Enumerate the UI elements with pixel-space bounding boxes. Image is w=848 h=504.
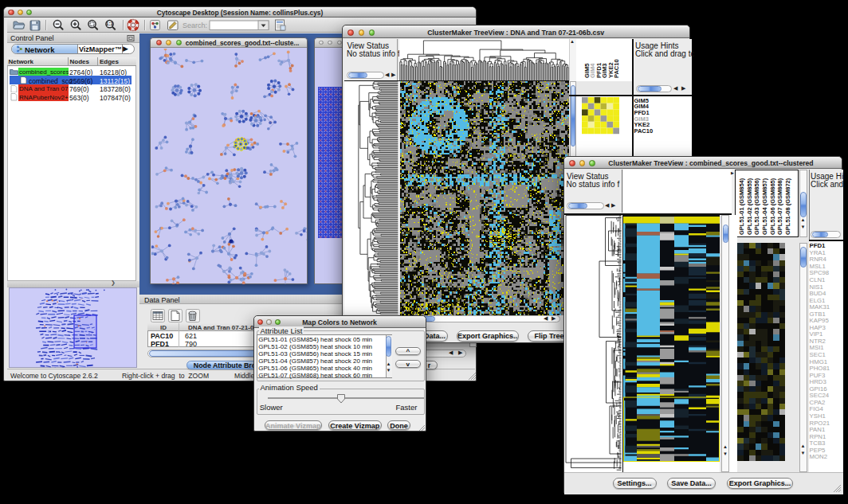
svg-text:Search:: Search: <box>183 21 207 29</box>
svg-text:1:1: 1:1 <box>106 21 114 27</box>
